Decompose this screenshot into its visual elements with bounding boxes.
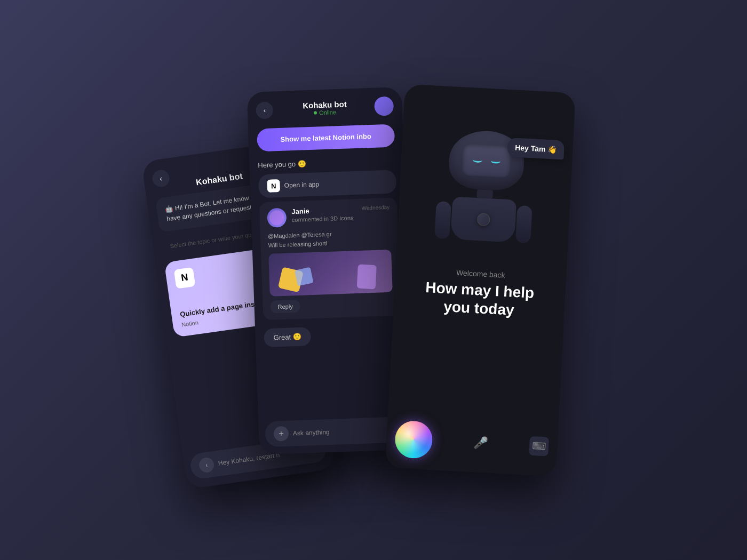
online-dot [314,111,317,115]
robot-section: Hey Tam 👋 [396,116,574,263]
mid-status-text: Online [319,109,336,116]
mid-title-wrap: Kohaku bot Online [303,100,347,117]
mid-avatar [374,96,394,116]
mid-header: ‹ Kohaku bot Online [247,87,403,125]
mid-notif-body: @Magdalen @Teresa gr Will be releasing s… [268,228,391,250]
cards-container: ‹ Kohaku bot 🤖 Hi! I'm a Bot. Let me kno… [133,67,614,493]
shape3 [357,265,377,290]
robot-eye-left [473,157,482,163]
mid-notif-image-shapes [268,250,393,297]
left-bottom-back-icon[interactable]: ‹ [198,457,215,474]
mid-notif-action: commented in 3D Icons [292,214,357,223]
mid-here-you-go-text: Here you go 🙂 [258,159,306,169]
mid-back-icon: ‹ [264,106,266,114]
mid-notif-header: Janie commented in 3D Icons Wednesday [267,204,390,228]
right-help-title: How may I helpyou today [406,277,553,321]
mid-reply-btn[interactable]: Reply [270,300,300,314]
mid-bot-name: Kohaku bot [303,100,347,110]
shape2 [295,267,314,286]
left-notion-icon: N [174,267,196,289]
mid-ask-input[interactable]: Ask anything [293,427,384,437]
mid-notif-name: Janie [291,205,356,215]
mid-show-notion-btn[interactable]: Show me latest Notion inbo [257,124,395,151]
robot-eye-right [491,158,500,164]
mid-notion-small-icon: N [267,179,280,193]
right-bottom-bar: 🎤 ⌨ [385,413,559,477]
right-greeting-text: Hey Tam 👋 [515,143,557,154]
mid-notification-card: Janie commented in 3D Icons Wednesday @M… [259,197,401,320]
right-orb-sphere[interactable] [394,420,434,460]
left-back-icon: ‹ [159,174,163,182]
robot-torso [450,197,516,243]
mid-plus-btn[interactable]: + [273,426,289,442]
mid-notif-avatar [267,208,287,228]
mid-notif-avatar-inner [269,210,284,226]
right-mic-icon[interactable]: 🎤 [473,436,488,450]
robot-arm-left [434,201,451,239]
right-welcome-section: Welcome back How may I helpyou today [393,254,567,330]
mid-open-in-app-btn[interactable]: N Open in app [258,170,396,198]
mid-back-button[interactable]: ‹ [256,101,273,119]
mid-open-app-text: Open in app [284,180,319,189]
robot-arm-right [515,205,533,243]
mid-notif-image [268,250,393,297]
mid-notif-time: Wednesday [361,204,390,211]
card-right: Hey Tam 👋 Welcome back How may I helpyou… [385,84,576,477]
mid-notif-name-wrap: Janie commented in 3D Icons [291,205,356,223]
robot-neck [476,189,493,199]
robot-button-center [477,213,490,226]
robot-face [462,143,512,178]
right-greeting-bubble: Hey Tam 👋 [507,138,565,160]
mid-great-btn[interactable]: Great 🙂 [264,327,311,347]
right-keyboard-icon[interactable]: ⌨ [529,436,549,457]
